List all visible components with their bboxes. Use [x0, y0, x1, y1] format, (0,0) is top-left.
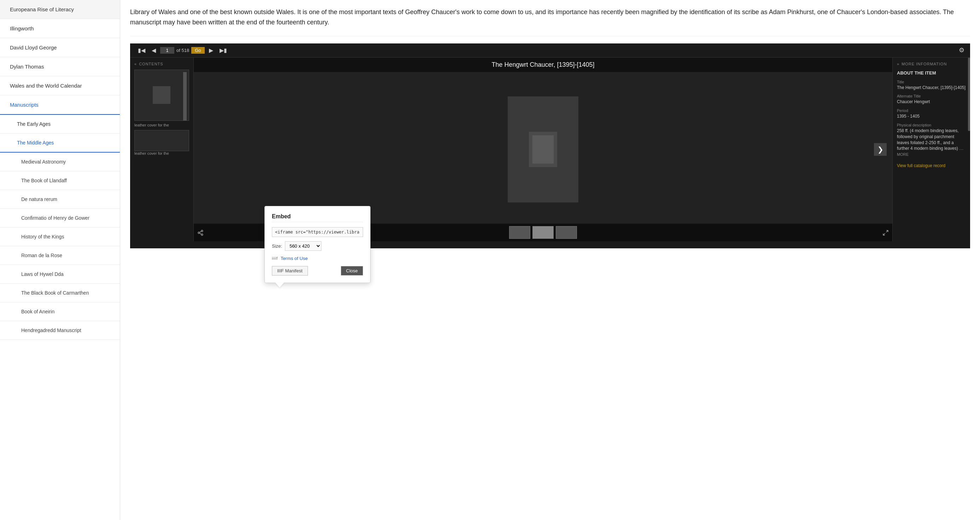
svg-point-3: [198, 232, 200, 233]
about-item-title: ABOUT THE ITEM: [897, 70, 966, 76]
thumb-scrollbar: [183, 72, 187, 121]
viewer-next-button[interactable]: ❯: [874, 143, 887, 156]
svg-rect-1: [533, 135, 554, 163]
svg-line-5: [199, 233, 201, 234]
share-button[interactable]: [197, 230, 204, 238]
embed-code-input[interactable]: [272, 227, 363, 237]
page-total: of 518: [177, 48, 189, 53]
svg-point-4: [201, 234, 203, 236]
contents-header: « CONTENTS: [134, 62, 189, 66]
info-panel: » MORE INFORMATION ABOUT THE ITEM Title …: [892, 57, 970, 241]
prev-page-button[interactable]: ◀: [150, 46, 158, 54]
sidebar-item-de-natura-rerum[interactable]: De natura rerum: [0, 190, 120, 209]
more-label[interactable]: MORE: [897, 152, 908, 157]
contents-chevron-left: «: [134, 62, 137, 66]
viewer-body: « CONTENTS leather cover for the leather…: [130, 57, 970, 241]
embed-iiif-row: iiif Terms of Use: [272, 256, 363, 261]
sidebar-item-early-ages[interactable]: The Early Ages: [0, 115, 120, 133]
view-catalogue-link[interactable]: View full catalogue record: [897, 163, 966, 168]
sidebar: Europeana Rise of Literacy Illingworth D…: [0, 0, 120, 520]
sidebar-item-david-lloyd-george[interactable]: David Lloyd George: [0, 38, 120, 57]
contents-thumb-2[interactable]: [134, 130, 189, 151]
thumb-image-1: [138, 73, 185, 118]
info-header: » MORE INFORMATION: [897, 62, 966, 66]
iiif-manifest-button[interactable]: IIIF Manifest: [272, 266, 308, 276]
embed-close-button[interactable]: Close: [341, 266, 363, 276]
sidebar-item-europeana[interactable]: Europeana Rise of Literacy: [0, 0, 120, 19]
period-value: 1395 - 1405: [897, 113, 966, 119]
main-description: Library of Wales and one of the best kno…: [130, 0, 970, 36]
title-value: The Hengwrt Chaucer, [1395]-[1405]: [897, 85, 966, 91]
info-scrollbar[interactable]: [968, 57, 970, 131]
fullscreen-button[interactable]: [883, 230, 889, 238]
sidebar-item-hendregadredd[interactable]: Hendregadredd Manuscript: [0, 321, 120, 340]
svg-line-7: [886, 230, 888, 232]
strip-thumb-2[interactable]: [533, 226, 554, 239]
thumb-caption-2: leather cover for the: [134, 151, 189, 155]
first-page-button[interactable]: ▮◀: [136, 46, 148, 54]
sidebar-item-book-of-aneirin[interactable]: Book of Aneirin: [0, 303, 120, 321]
thumb-caption-1: leather cover for the: [134, 123, 189, 127]
embed-manifest-row: IIIF Manifest Close: [272, 266, 363, 276]
physical-desc-value: 258 ff. (4 modern binding leaves, follow…: [897, 128, 966, 157]
embed-size-select[interactable]: 560 x 420 640 x 480 800 x 600 1024 x 768: [285, 241, 321, 251]
physical-desc-label: Physical description: [897, 123, 966, 127]
svg-point-2: [201, 230, 203, 232]
alt-title-value: Chaucer Hengwrt: [897, 99, 966, 105]
sidebar-item-middle-ages[interactable]: The Middle Ages: [0, 133, 120, 152]
sidebar-item-book-of-llandaff[interactable]: The Book of Llandaff: [0, 171, 120, 190]
embed-terms-link[interactable]: Terms of Use: [281, 256, 308, 261]
strip-thumb-1[interactable]: [509, 226, 530, 239]
embed-popup: Embed Size: 560 x 420 640 x 480 800 x 60…: [264, 206, 371, 283]
sidebar-item-medieval-astronomy[interactable]: Medieval Astronomy: [0, 152, 120, 171]
svg-line-6: [199, 231, 201, 232]
strip-thumb-3[interactable]: [556, 226, 577, 239]
sidebar-item-history-of-kings[interactable]: History of the Kings: [0, 227, 120, 246]
last-page-button[interactable]: ▶▮: [218, 46, 229, 54]
viewer-toolbar: ▮◀ ◀ of 518 Go ▶ ▶▮ ⚙: [130, 43, 970, 57]
viewer-image: [508, 97, 578, 203]
viewer-container: ▮◀ ◀ of 518 Go ▶ ▶▮ ⚙ « CONTENTS: [130, 43, 970, 248]
settings-button[interactable]: ⚙: [959, 46, 964, 54]
sidebar-item-illingworth[interactable]: Illingworth: [0, 19, 120, 38]
contents-panel: « CONTENTS leather cover for the leather…: [130, 57, 194, 241]
title-label: Title: [897, 80, 966, 84]
contents-label: CONTENTS: [139, 62, 163, 66]
alt-title-label: Alternate Title: [897, 94, 966, 98]
period-label: Period: [897, 108, 966, 113]
contents-thumb-1[interactable]: [134, 70, 189, 121]
viewer-title-bar: The Hengwrt Chaucer, [1395]-[1405]: [194, 57, 892, 72]
sidebar-item-dylan-thomas[interactable]: Dylan Thomas: [0, 57, 120, 76]
page-input[interactable]: [160, 47, 174, 54]
info-chevrons: »: [897, 62, 899, 66]
svg-line-8: [883, 233, 885, 235]
sidebar-item-roman-de-la-rose[interactable]: Roman de la Rose: [0, 246, 120, 265]
iiif-logo: iiif: [272, 256, 278, 260]
more-link[interactable]: ....: [959, 146, 963, 151]
embed-size-label: Size:: [272, 243, 282, 249]
sidebar-item-wales-world-calendar[interactable]: Wales and the World Calendar: [0, 76, 120, 95]
viewer-main-area: The Hengwrt Chaucer, [1395]-[1405] ❯: [194, 57, 892, 241]
go-button[interactable]: Go: [191, 47, 204, 54]
sidebar-item-confirmatio[interactable]: Confirmatio of Henry de Gower: [0, 209, 120, 227]
embed-size-row: Size: 560 x 420 640 x 480 800 x 600 1024…: [272, 241, 363, 251]
embed-title: Embed: [272, 213, 363, 222]
main-content: Library of Wales and one of the best kno…: [120, 0, 980, 520]
sidebar-item-black-book-carmarthen[interactable]: The Black Book of Carmarthen: [0, 284, 120, 303]
sidebar-item-manuscripts[interactable]: Manuscripts: [0, 95, 120, 115]
next-page-button[interactable]: ▶: [207, 46, 215, 54]
sidebar-item-laws-hywel-dda[interactable]: Laws of Hywel Dda: [0, 265, 120, 284]
info-header-label: MORE INFORMATION: [902, 62, 947, 66]
